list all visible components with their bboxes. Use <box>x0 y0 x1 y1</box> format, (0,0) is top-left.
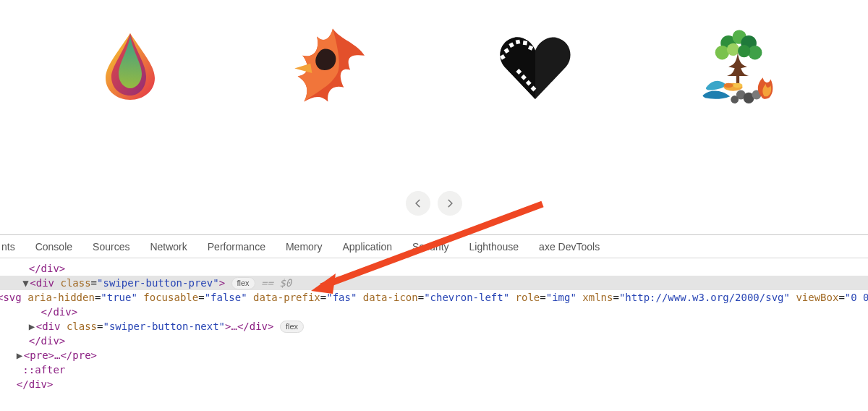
swiper-prev-button[interactable] <box>406 191 430 216</box>
dom-line[interactable]: </div> <box>0 305 868 319</box>
tab-network[interactable]: Network <box>140 235 197 258</box>
chevron-left-icon <box>414 198 422 209</box>
svg-marker-0 <box>294 64 312 73</box>
tab-performance[interactable]: Performance <box>197 235 276 258</box>
tab-memory[interactable]: Memory <box>276 235 333 258</box>
eq0-indicator: == $0 <box>255 277 292 289</box>
elements-tree[interactable]: </div> ▼<div class="swiper-button-prev">… <box>0 258 868 391</box>
svg-rect-5 <box>523 41 527 45</box>
dom-line-after[interactable]: ::after <box>0 363 868 377</box>
tab-lighthouse[interactable]: Lighthouse <box>459 235 529 258</box>
tab-application[interactable]: Application <box>333 235 403 258</box>
svg-point-23 <box>724 83 733 88</box>
swiper-next-button[interactable] <box>438 191 462 216</box>
svg-point-21 <box>731 96 739 103</box>
dom-line-selected[interactable]: ▼<div class="swiper-button-prev"> flex =… <box>0 276 868 290</box>
flex-badge[interactable]: flex <box>231 277 255 289</box>
dom-line-svg[interactable]: ▶<svg aria-hidden="true" focusable="fals… <box>0 290 868 305</box>
svg-point-17 <box>738 45 750 57</box>
page-content <box>0 0 868 234</box>
flex-badge[interactable]: flex <box>280 321 304 333</box>
drop-logo <box>87 22 174 109</box>
svg-point-24 <box>733 83 743 88</box>
carousel-nav <box>406 191 462 216</box>
svg-point-16 <box>727 43 739 56</box>
tab-elements[interactable]: nts <box>0 235 25 258</box>
dom-line[interactable]: </div> <box>0 261 868 276</box>
dom-line[interactable]: </div> <box>0 377 868 391</box>
film-heart-logo <box>492 22 579 109</box>
tab-security[interactable]: Security <box>402 235 459 258</box>
dom-line-pre[interactable]: ▶<pre>…</pre> <box>0 348 868 363</box>
chevron-right-icon <box>446 198 454 209</box>
dom-line-next[interactable]: ▶<div class="swiper-button-next">…</div>… <box>0 319 868 334</box>
cardinal-logo <box>289 22 376 109</box>
tab-axe[interactable]: axe DevTools <box>529 235 610 258</box>
dom-line[interactable]: </div> <box>0 334 868 348</box>
tab-sources[interactable]: Sources <box>82 235 140 258</box>
devtools-panel: nts Console Sources Network Performance … <box>0 234 868 411</box>
svg-point-14 <box>715 46 729 59</box>
logo-carousel <box>0 0 868 109</box>
devtools-tabbar: nts Console Sources Network Performance … <box>0 235 868 258</box>
svg-rect-4 <box>516 40 521 45</box>
tree-logo <box>694 22 781 109</box>
tab-console[interactable]: Console <box>25 235 82 258</box>
